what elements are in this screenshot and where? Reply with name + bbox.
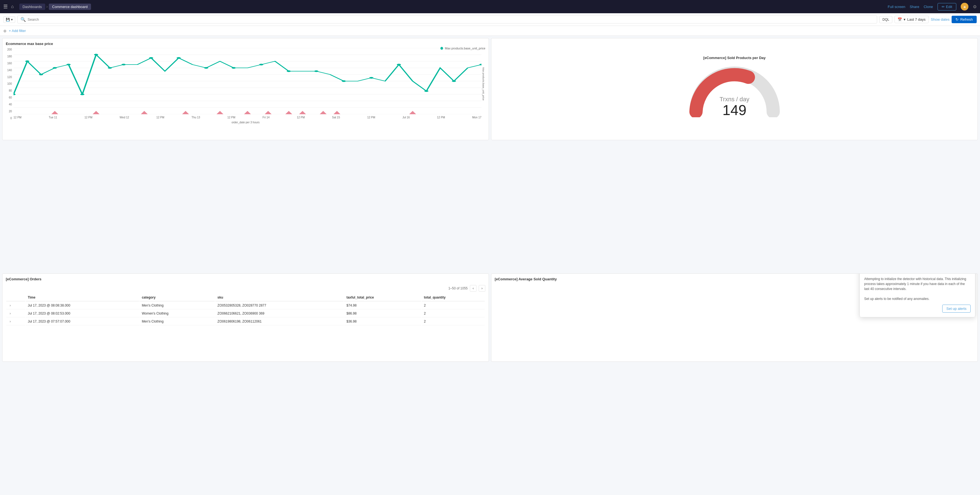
row-quantity: 2	[422, 318, 485, 325]
breadcrumb-separator: ›	[46, 4, 48, 9]
row-time: Jul 17, 2023 @ 08:08:38.000	[25, 302, 139, 309]
search-input-wrap: 🔍	[18, 16, 877, 24]
sold-products-panel: [eCommerce] Sold Products per Day Trxns …	[491, 38, 978, 140]
pagination-info: 1–50 of 1055	[449, 286, 468, 290]
avg-quantity-panel: [eCommerce] Average Sold Quantity ✓ The …	[491, 273, 978, 362]
row-expand-button[interactable]: ›	[8, 311, 12, 315]
add-filter-button[interactable]: + Add filter	[9, 29, 26, 33]
gauge-container: Trxns / day 149	[688, 62, 781, 123]
menu-button[interactable]: ☰	[3, 3, 8, 10]
orders-table: Time category sku taxful_total_price tot…	[6, 293, 485, 326]
row-sku: ZO0619806198, ZO06112061	[215, 318, 344, 325]
breadcrumb: Dashboards › Commerce dashboard	[19, 3, 885, 10]
svg-marker-38	[244, 111, 251, 114]
svg-marker-41	[299, 111, 306, 114]
edit-button[interactable]: ✏ Edit	[937, 3, 956, 11]
share-link[interactable]: Share	[910, 5, 920, 9]
chart-svg-container: 12 PM Tue 11 12 PM Wed 12 12 PM Thu 13 1…	[14, 48, 482, 120]
save-icon: 💾	[6, 18, 10, 22]
notification-header: ✓ The Ecommerce_max_base_price_anomaly_d…	[864, 273, 970, 274]
svg-point-17	[94, 54, 98, 56]
edit-pencil-icon: ✏	[942, 5, 945, 9]
settings-icon[interactable]: ⚙	[973, 4, 977, 10]
svg-point-28	[369, 77, 373, 79]
svg-point-25	[287, 70, 291, 72]
prev-page-button[interactable]: ‹	[470, 285, 476, 292]
filter-options-icon[interactable]: ⊕	[3, 29, 6, 33]
show-dates-button[interactable]: Show dates	[931, 18, 950, 22]
row-price: $36.98	[344, 318, 421, 325]
svg-marker-35	[141, 111, 148, 114]
svg-point-18	[108, 67, 112, 69]
line-chart-svg	[14, 48, 482, 114]
col-expand	[6, 294, 25, 301]
svg-point-23	[232, 67, 236, 69]
row-time: Jul 17, 2023 @ 08:02:53.000	[25, 310, 139, 317]
svg-marker-36	[182, 111, 189, 114]
svg-point-27	[342, 80, 346, 82]
avatar[interactable]: a	[961, 3, 969, 11]
orders-title: [eCommerce] Orders	[6, 277, 485, 281]
svg-point-26	[314, 70, 318, 72]
table-row: › Jul 17, 2023 @ 07:57:07.000 Men's Clot…	[6, 318, 485, 325]
row-quantity: 2	[422, 302, 485, 309]
breadcrumb-commerce[interactable]: Commerce dashboard	[49, 3, 91, 10]
col-price: taxful_total_price	[344, 294, 421, 301]
y-axis-title: Max products.base_unit_price	[482, 67, 485, 101]
col-category: category	[140, 294, 215, 301]
clone-link[interactable]: Clone	[924, 5, 933, 9]
refresh-button[interactable]: ↻ Refresh	[951, 16, 977, 23]
row-expand-button[interactable]: ›	[8, 303, 12, 307]
svg-marker-43	[333, 111, 340, 114]
row-price: $74.98	[344, 302, 421, 309]
row-sku: ZO0662106621, ZO036900 369	[215, 310, 344, 317]
chevron-down-icon: ▾	[904, 18, 905, 22]
home-button[interactable]: ⌂	[11, 4, 14, 9]
table-row: › Jul 17, 2023 @ 08:08:38.000 Men's Clot…	[6, 302, 485, 309]
row-quantity: 2	[422, 310, 485, 317]
next-page-button[interactable]: ›	[479, 285, 485, 292]
breadcrumb-dashboards[interactable]: Dashboards	[19, 3, 45, 10]
setup-alerts-button[interactable]: Set up alerts	[942, 305, 970, 313]
sold-products-title: [eCommerce] Sold Products per Day	[703, 56, 765, 60]
svg-point-21	[177, 57, 181, 59]
svg-point-31	[452, 80, 456, 82]
y-axis: 200 180 160 140 120 100 80 60 40 20 0	[6, 48, 14, 120]
notification-title: The Ecommerce_max_base_price_anomaly_det…	[870, 273, 966, 274]
row-time: Jul 17, 2023 @ 07:57:07.000	[25, 318, 139, 325]
orders-panel: [eCommerce] Orders 1–50 of 1055 ‹ › Time…	[2, 273, 489, 362]
svg-point-20	[149, 57, 153, 59]
svg-point-29	[397, 64, 401, 65]
home-icon: ⌂	[11, 4, 14, 9]
notification-body: Attempting to initialize the detector wi…	[864, 276, 970, 301]
chevron-down-icon: ▾	[11, 18, 13, 22]
svg-point-24	[259, 64, 263, 65]
dql-button[interactable]: DQL	[879, 16, 892, 23]
table-header-row: Time category sku taxful_total_price tot…	[6, 294, 485, 301]
svg-marker-34	[93, 111, 100, 114]
y-axis-title-container: Max products.base_unit_price	[482, 48, 485, 120]
notification-popup: ✓ The Ecommerce_max_base_price_anomaly_d…	[859, 273, 975, 317]
row-category: Women's Clothing	[140, 310, 215, 317]
row-sku: ZO0532805328, ZO028770 2877	[215, 302, 344, 309]
svg-marker-33	[51, 111, 58, 114]
chart-area: 200 180 160 140 120 100 80 60 40 20 0	[6, 48, 485, 120]
col-time[interactable]: Time	[25, 294, 139, 301]
ecommerce-price-panel: Ecommerce max base price Max products.ba…	[2, 38, 489, 140]
gauge-value-container: Trxns / day 149	[720, 96, 749, 117]
col-quantity: total_quantity	[422, 294, 485, 301]
search-bar: 💾 ▾ 🔍 DQL 📅 ▾ Last 7 days Show dates ↻ R…	[0, 13, 980, 26]
menu-icon: ☰	[3, 4, 8, 10]
full-screen-link[interactable]: Full screen	[888, 5, 905, 9]
svg-point-22	[204, 67, 208, 69]
svg-point-13	[39, 73, 43, 75]
search-input[interactable]	[27, 18, 874, 22]
svg-marker-44	[409, 111, 416, 114]
saved-query-button[interactable]: 💾 ▾	[3, 16, 15, 23]
x-axis-labels: 12 PM Tue 11 12 PM Wed 12 12 PM Thu 13 1…	[14, 116, 482, 119]
pagination: 1–50 of 1055 ‹ ›	[6, 283, 485, 293]
calendar-icon: 📅	[897, 18, 902, 22]
row-expand-button[interactable]: ›	[8, 319, 12, 323]
svg-point-15	[67, 64, 71, 65]
date-range-selector[interactable]: 📅 ▾ Last 7 days	[894, 16, 929, 23]
